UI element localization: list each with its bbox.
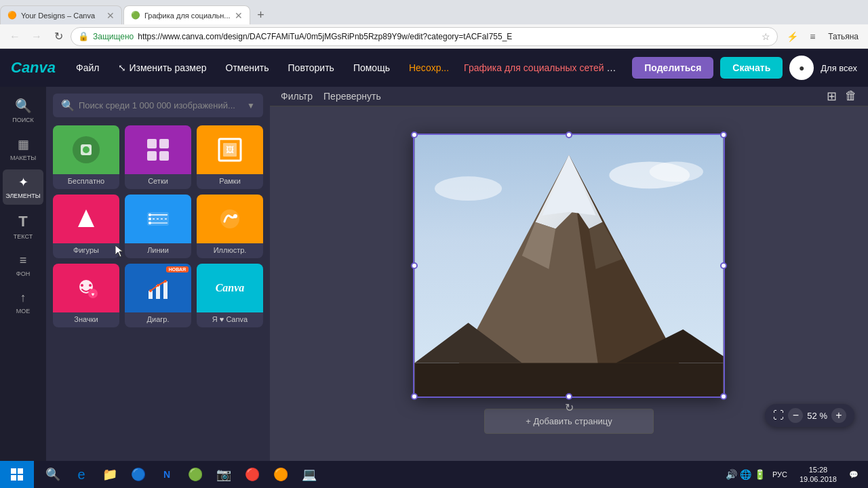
zoom-controls: ⛶ − 52 % + bbox=[765, 404, 854, 427]
handle-mid-left[interactable] bbox=[411, 262, 418, 269]
search-bar[interactable]: 🔍 ▼ bbox=[53, 94, 263, 117]
svg-point-29 bbox=[157, 284, 159, 287]
handle-bottom-left[interactable] bbox=[411, 393, 418, 400]
taskbar-app7[interactable]: 💻 bbox=[296, 461, 323, 488]
left-panel: 🔍 ▼ Бесплатно bbox=[46, 87, 270, 461]
element-card-label-icons: Значки bbox=[53, 312, 119, 327]
canvas-workspace[interactable]: ↻ 1 ⊡ + Добавить страницу bbox=[386, 106, 752, 461]
sidebar-item-my[interactable]: ↑ МОЕ bbox=[3, 285, 43, 320]
toolbar-flip[interactable]: Перевернуть bbox=[323, 91, 381, 102]
browser-tab-2[interactable]: 🟢 Графика для социальн... ✕ bbox=[123, 5, 250, 24]
taskbar-explorer[interactable]: 📁 bbox=[96, 461, 123, 488]
shapes-icon bbox=[70, 203, 102, 235]
back-button[interactable]: ← bbox=[5, 27, 24, 46]
browser-user[interactable]: Татьяна bbox=[824, 32, 863, 41]
canvas-area[interactable]: Фильтр Перевернуть ⊞ 🗑 bbox=[270, 87, 868, 461]
sidebar-item-background[interactable]: ≡ ФОН bbox=[3, 248, 43, 283]
canva-actions: Поделиться Скачать ● Для всех bbox=[632, 56, 857, 80]
share-button[interactable]: Поделиться bbox=[632, 57, 713, 79]
element-card-illustrations[interactable]: Иллюстр. bbox=[197, 195, 263, 258]
start-button[interactable] bbox=[0, 461, 34, 488]
handle-top-right[interactable] bbox=[720, 131, 727, 138]
taskbar-app1[interactable]: 🔵 bbox=[125, 461, 152, 488]
element-card-charts[interactable]: НОВАЯ Диагр. bbox=[125, 264, 191, 327]
element-card-free[interactable]: Бесплатно bbox=[53, 125, 119, 189]
sidebar-item-text[interactable]: T ТЕКСТ bbox=[3, 207, 43, 245]
browser-menu-button[interactable]: ≡ bbox=[804, 28, 821, 45]
search-icon: 🔍 bbox=[15, 98, 32, 114]
illustrations-icon bbox=[214, 203, 246, 235]
svg-point-21 bbox=[81, 284, 83, 287]
layouts-icon: ▦ bbox=[18, 137, 29, 152]
toolbar-filter[interactable]: Фильтр bbox=[281, 91, 313, 102]
mountain-image bbox=[414, 135, 724, 396]
taskbar-app3[interactable]: 🟢 bbox=[182, 461, 209, 488]
handle-mid-right[interactable] bbox=[720, 262, 727, 269]
element-card-label-lines: Линии bbox=[125, 243, 191, 258]
tray-icon-2[interactable]: 🌐 bbox=[740, 469, 751, 480]
taskbar-app6[interactable]: 🟠 bbox=[267, 461, 294, 488]
menu-undo[interactable]: Отменить bbox=[222, 60, 273, 76]
svg-point-22 bbox=[89, 284, 92, 287]
taskbar-edge[interactable]: e bbox=[68, 461, 95, 488]
download-button[interactable]: Скачать bbox=[720, 57, 783, 79]
forward-button[interactable]: → bbox=[27, 27, 46, 46]
star-icon[interactable]: ☆ bbox=[762, 31, 770, 42]
taskbar-app2[interactable]: N bbox=[153, 461, 180, 488]
element-card-frames[interactable]: 🖼 Рамки bbox=[197, 125, 263, 189]
elements-icon: ✦ bbox=[18, 175, 28, 190]
handle-bottom-right[interactable] bbox=[720, 393, 727, 400]
canva-logo[interactable]: Canva bbox=[11, 59, 56, 77]
sidebar-item-elements[interactable]: ✦ ЭЛЕМЕНТЫ bbox=[3, 169, 43, 205]
tab1-close[interactable]: ✕ bbox=[106, 10, 115, 21]
handle-top-left[interactable] bbox=[411, 131, 418, 138]
menu-resize[interactable]: ⤡ Изменить размер bbox=[114, 60, 210, 76]
address-bar[interactable]: 🔒 Защищено https://www.canva.com/design/… bbox=[71, 27, 778, 46]
menu-file[interactable]: Файл bbox=[72, 60, 103, 76]
tab2-close[interactable]: ✕ bbox=[235, 10, 243, 21]
background-icon: ≡ bbox=[20, 253, 27, 268]
element-card-label-free: Бесплатно bbox=[53, 174, 119, 189]
handle-top-center[interactable] bbox=[566, 131, 572, 138]
zoom-out-button[interactable]: − bbox=[788, 408, 803, 423]
canvas-toolbar: Фильтр Перевернуть ⊞ 🗑 bbox=[270, 87, 868, 106]
svg-rect-46 bbox=[18, 468, 23, 474]
browser-tab-1[interactable]: 🟠 Your Designs – Canva ✕ bbox=[0, 5, 122, 24]
fullscreen-icon[interactable]: ⛶ bbox=[773, 409, 784, 422]
icons-icon: ♥ bbox=[70, 272, 102, 304]
menu-help[interactable]: Помощь bbox=[349, 60, 394, 76]
refresh-button[interactable]: ↻ bbox=[49, 27, 68, 46]
tray-icon-3[interactable]: 🔋 bbox=[754, 469, 766, 480]
handle-bottom-center[interactable] bbox=[566, 393, 572, 400]
frames-icon: 🖼 bbox=[214, 134, 246, 166]
for-all-label[interactable]: Для всех bbox=[821, 63, 857, 73]
taskbar-tray: 🔊 🌐 🔋 РУС 15:28 19.06.2018 💬 bbox=[720, 465, 868, 485]
taskbar-app4[interactable]: 📷 bbox=[210, 461, 237, 488]
sidebar-item-layouts[interactable]: ▦ МАКЕТЫ bbox=[3, 131, 43, 167]
taskbar-search[interactable]: 🔍 bbox=[39, 461, 66, 488]
zoom-in-button[interactable]: + bbox=[831, 408, 846, 423]
taskbar-language[interactable]: РУС bbox=[768, 470, 791, 479]
taskbar-icons: 🔍 e 📁 🔵 N 🟢 📷 🔴 🟠 💻 bbox=[34, 461, 328, 488]
menu-redo[interactable]: Повторить bbox=[284, 60, 338, 76]
new-tab-button[interactable]: + bbox=[252, 5, 271, 24]
tray-icon-1[interactable]: 🔊 bbox=[726, 469, 737, 480]
sidebar-item-search[interactable]: 🔍 ПОИСК bbox=[3, 92, 43, 129]
user-avatar[interactable]: ● bbox=[789, 56, 814, 80]
element-card-grids[interactable]: Сетки bbox=[125, 125, 191, 189]
trash-icon[interactable]: 🗑 bbox=[845, 89, 857, 104]
element-card-shapes[interactable]: Фигуры bbox=[53, 195, 119, 258]
svg-marker-10 bbox=[78, 209, 94, 227]
element-card-lines[interactable]: Линии bbox=[125, 195, 191, 258]
search-input[interactable] bbox=[79, 100, 247, 110]
taskbar-app5[interactable]: 🔴 bbox=[239, 461, 266, 488]
rotate-handle[interactable]: ↻ bbox=[565, 401, 574, 414]
extensions-button[interactable]: ⚡ bbox=[783, 28, 801, 45]
element-card-icons[interactable]: ♥ Значки bbox=[53, 264, 119, 327]
canvas-page[interactable] bbox=[413, 134, 725, 398]
notifications-button[interactable]: 💬 bbox=[845, 470, 863, 479]
element-card-canva-love[interactable]: Canva Я ♥ Canva bbox=[197, 264, 263, 327]
search-dropdown-arrow[interactable]: ▼ bbox=[247, 101, 255, 110]
canva-body: 🔍 ПОИСК ▦ МАКЕТЫ ✦ ЭЛЕМЕНТЫ T ТЕКСТ ≡ ФО… bbox=[0, 87, 868, 461]
grid-view-icon[interactable]: ⊞ bbox=[827, 89, 837, 104]
